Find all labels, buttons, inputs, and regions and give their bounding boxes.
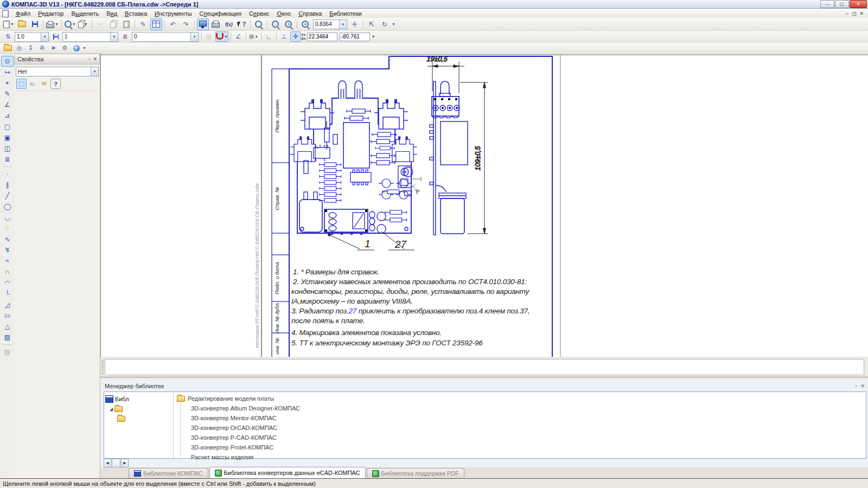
table-mode-icon[interactable] [150,18,162,30]
pin-icon[interactable]: ▫ [88,56,90,62]
select-mode-icon[interactable]: ⬚ [16,79,27,89]
cursor-step-icon[interactable] [50,31,61,42]
views-tool-icon[interactable]: ◫ [1,143,14,154]
menu-window[interactable]: Окно [273,10,295,17]
curve-tool-icon[interactable]: ∩ [1,266,14,277]
layers-icon[interactable]: ≣ [120,31,130,42]
line-weight-icon[interactable]: ⇅ [3,31,13,42]
coordinate-x-input[interactable] [307,33,337,41]
selection-tool-icon[interactable]: ▢ [1,121,14,132]
open-document-button[interactable] [16,18,28,30]
zoom-selected-icon[interactable] [253,18,265,30]
library-tree-folder-open[interactable]: ◢ [105,404,172,414]
save-button[interactable] [29,18,41,30]
menu-service[interactable]: Сервис [245,10,273,17]
tab-pdf-support[interactable]: Библиотека поддержки PDF [367,468,464,478]
tab-ecad-converters[interactable]: Библиотека конвертеров данных eCAD-КОМПА… [209,467,366,478]
copy-icon[interactable] [107,18,119,30]
menu-libraries[interactable]: Библиотеки [326,10,366,17]
menu-editor[interactable]: Редактор [34,10,67,17]
chamfer-tool-icon[interactable]: ◿ [1,299,14,310]
library-item-mass-calc[interactable]: Расчет массы изделия [177,452,866,462]
fit-all-icon[interactable]: ⇱ [366,18,378,30]
drawing-canvas[interactable]: Перв. примен. Справ. № Подп. и дата Инв.… [100,54,868,357]
menu-view[interactable]: Вид [103,10,121,17]
pan-icon[interactable]: ✛ [349,18,361,30]
properties-selector[interactable]: Нет▼ [16,67,99,76]
circle-tool-icon[interactable]: ◯ [1,201,14,212]
minimize-button[interactable]: — [820,0,834,8]
rebuild-icon[interactable]: ↻ [379,18,391,30]
arc-tool-icon[interactable]: ◡ [1,212,14,223]
tab-kompas-libraries[interactable]: Библиотеки КОМПАС [129,468,208,478]
mdi-close-button[interactable]: ✕ [859,11,864,16]
equidistant-tool-icon[interactable]: ≈ [1,255,14,266]
hatch-tool-icon[interactable]: ▨ [1,332,14,343]
panel-grip[interactable] [101,360,104,375]
library-search-icon[interactable]: ◎ [14,43,24,53]
fill-tool-icon[interactable]: ▤ [1,346,14,357]
coordinate-y-input[interactable] [340,33,370,41]
fx-icon[interactable]: f(x) [223,18,235,30]
ellipse-tool-icon[interactable]: ◌ [1,223,14,234]
close-panel-icon[interactable]: ✕ [93,56,97,62]
copy-properties-icon[interactable]: ✎ [137,18,149,30]
line-tool-icon[interactable]: ╱ [1,190,14,201]
pcb-side-view[interactable] [430,81,468,235]
angle-snap-icon[interactable]: ∠ [233,31,244,42]
zoom-area-icon[interactable]: ▫ [270,18,282,30]
zoom-in-out-icon[interactable]: + [283,18,295,30]
print-preview-button[interactable]: ▼ [64,18,76,30]
helper-line-tool-icon[interactable]: ∥ [1,179,14,190]
layer-combo[interactable]: 0▼ [132,32,199,42]
line-weight-combo[interactable]: 1.0▼ [15,32,49,42]
mdi-restore-button[interactable]: ◳ [852,11,857,16]
library-attach-icon[interactable]: ↧ [25,43,36,53]
zoom-level-combo[interactable]: 0.8364▼ [313,20,347,29]
library-item-pcad[interactable]: 3D-конвертер P-CAD-КОМПАС [177,433,866,442]
grid-icon[interactable]: ⊞▼ [248,31,259,42]
menu-file[interactable]: Файл [12,10,34,17]
close-button[interactable]: ✕ [850,0,867,8]
scroll-right-icon[interactable]: ▶ [121,459,129,467]
library-configure-icon[interactable]: ✇ [37,43,47,53]
spec-tool-icon[interactable]: ≣ [1,154,14,165]
zoom-current-icon[interactable]: + [299,18,311,30]
print-button[interactable]: ▼ [46,18,59,30]
lib-close-icon[interactable]: ✕ [860,383,865,389]
library-help-icon[interactable]: ? [71,43,81,53]
arc2-tool-icon[interactable]: ◠ [1,277,14,288]
sort-icon[interactable]: А↓ [28,79,38,89]
variables-icon[interactable] [210,18,222,30]
refresh-image-icon[interactable] [197,18,209,30]
library-tree-folder[interactable] [105,414,172,423]
tree-scrollbar[interactable]: ◀ ▶ [104,459,129,466]
copy-layer-icon[interactable]: ▦ [204,31,214,42]
library-manager-icon[interactable] [3,43,13,53]
menu-specification[interactable]: Спецификация [196,10,245,17]
scroll-thumb[interactable] [112,459,120,467]
new-document-button[interactable]: ▼ [3,18,15,30]
help-box-icon[interactable]: ? [50,79,61,89]
paste-icon[interactable] [120,18,132,30]
undo-icon[interactable]: ↶ [167,18,179,30]
library-tree-root[interactable]: Библ [105,394,172,404]
point-tool-icon[interactable]: · [1,169,14,179]
document-manager-button[interactable]: ▼ [78,18,90,30]
menu-help[interactable]: Справка [295,10,326,17]
redo-icon[interactable]: ↷ [180,18,192,30]
library-item-mentor[interactable]: 3D-конвертер Mentor-КОМПАС [177,413,866,423]
scroll-left-icon[interactable]: ◀ [104,459,111,467]
mdi-minimize-button[interactable]: – [846,11,848,16]
library-item-edit-board[interactable]: Редактирование модели платы [177,394,866,403]
menu-select[interactable]: Выделить [67,10,103,17]
designations-tool-icon[interactable]: ⌖ [1,78,14,88]
library-item-protel[interactable]: 3D-конвертер Protel-КОМПАС [177,442,866,452]
menu-insert[interactable]: Вставка [121,10,151,17]
library-item-orcad[interactable]: 3D-конвертер OrCAD-КОМПАС [177,423,866,433]
cursor-step-combo[interactable]: 1▼ [62,32,118,42]
context-help-icon[interactable]: ? [236,18,248,30]
spline-tool-icon[interactable]: ∿ [1,234,14,245]
document-icon[interactable] [2,10,9,17]
expand-icon[interactable]: ◢ [110,407,113,412]
